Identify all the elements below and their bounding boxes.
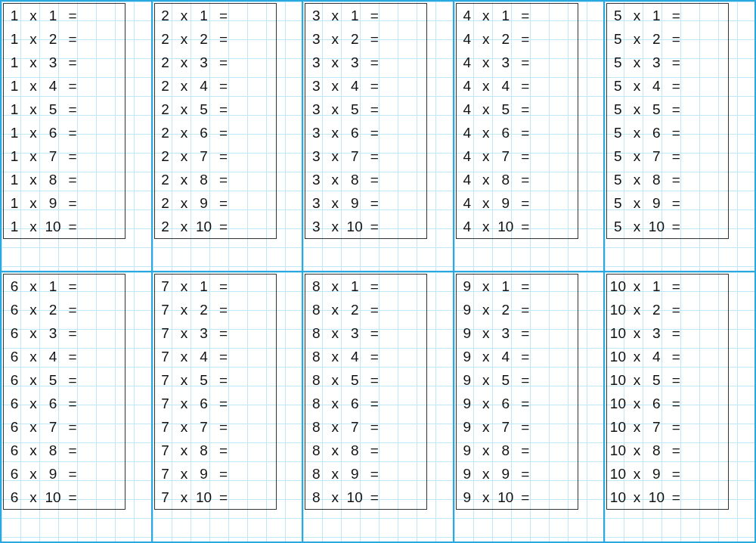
equals-symbol: = xyxy=(366,396,383,412)
times-symbol: x xyxy=(478,442,494,459)
multiplicand: 8 xyxy=(305,466,327,482)
multiplier: 1 xyxy=(193,278,215,295)
equals-symbol: = xyxy=(215,172,232,188)
table-box: 3x1=3x2=3x3=3x4=3x5=3x6=3x7=3x8=3x9=3x10… xyxy=(305,3,427,239)
equals-symbol: = xyxy=(668,172,684,188)
multiplier: 2 xyxy=(42,302,64,318)
equals-symbol: = xyxy=(517,349,534,365)
table-row: 2x7= xyxy=(155,144,276,168)
table-row: 6x3= xyxy=(4,321,125,345)
multiplicand: 7 xyxy=(155,302,176,318)
equals-symbol: = xyxy=(366,172,383,188)
table-row: 6x7= xyxy=(4,415,125,439)
table-row: 6x6= xyxy=(4,392,125,415)
multiplier: 10 xyxy=(494,219,517,235)
multiplicand: 4 xyxy=(457,148,478,165)
times-table-block-7: 7x1=7x2=7x3=7x4=7x5=7x6=7x7=7x8=7x9=7x10… xyxy=(152,272,303,542)
multiplier: 10 xyxy=(193,489,215,506)
times-symbol: x xyxy=(176,195,193,212)
multiplier: 4 xyxy=(343,78,366,95)
multiplicand: 1 xyxy=(4,125,25,141)
table-row: 9x7= xyxy=(457,415,578,439)
multiplicand: 3 xyxy=(305,101,327,118)
table-row: 9x9= xyxy=(457,462,578,486)
equals-symbol: = xyxy=(668,466,684,482)
multiplier: 7 xyxy=(42,148,64,165)
times-symbol: x xyxy=(478,219,494,235)
times-table-block-8: 8x1=8x2=8x3=8x4=8x5=8x6=8x7=8x8=8x9=8x10… xyxy=(302,272,454,542)
table-row: 9x3= xyxy=(457,321,578,345)
equals-symbol: = xyxy=(517,219,534,235)
equals-symbol: = xyxy=(366,148,383,165)
table-row: 7x2= xyxy=(155,298,276,321)
times-table-block-1: 1x1=1x2=1x3=1x4=1x5=1x6=1x7=1x8=1x9=1x10… xyxy=(1,1,152,272)
table-row: 5x8= xyxy=(607,168,728,191)
equals-symbol: = xyxy=(668,101,684,118)
multiplier: 10 xyxy=(343,219,366,235)
multiplicand: 1 xyxy=(4,172,25,188)
equals-symbol: = xyxy=(64,419,81,436)
table-row: 9x6= xyxy=(457,392,578,415)
times-symbol: x xyxy=(628,419,645,436)
times-symbol: x xyxy=(628,148,645,165)
multiplicand: 7 xyxy=(155,419,176,436)
table-row: 3x3= xyxy=(305,51,426,74)
times-table-block-9: 9x1=9x2=9x3=9x4=9x5=9x6=9x7=9x8=9x9=9x10… xyxy=(454,272,605,542)
multiplier: 8 xyxy=(42,172,64,188)
multiplier: 9 xyxy=(343,466,366,482)
times-symbol: x xyxy=(628,8,645,24)
multiplier: 10 xyxy=(193,219,215,235)
times-table-block-4: 4x1=4x2=4x3=4x4=4x5=4x6=4x7=4x8=4x9=4x10… xyxy=(454,1,605,272)
multiplier: 5 xyxy=(42,372,64,389)
equals-symbol: = xyxy=(517,125,534,141)
table-row: 5x10= xyxy=(607,215,728,238)
multiplicand: 7 xyxy=(155,442,176,459)
multiplier: 1 xyxy=(494,278,517,295)
multiplier: 4 xyxy=(645,349,668,365)
times-symbol: x xyxy=(478,325,494,342)
multiplicand: 4 xyxy=(457,172,478,188)
multiplier: 9 xyxy=(193,195,215,212)
multiplicand: 5 xyxy=(607,54,628,71)
table-box: 8x1=8x2=8x3=8x4=8x5=8x6=8x7=8x8=8x9=8x10… xyxy=(305,274,427,510)
multiplier: 3 xyxy=(645,325,668,342)
table-row: 1x8= xyxy=(4,168,125,191)
table-row: 4x5= xyxy=(457,98,578,121)
multiplier: 4 xyxy=(343,349,366,365)
table-row: 1x2= xyxy=(4,27,125,51)
table-row: 6x8= xyxy=(4,439,125,462)
table-row: 4x9= xyxy=(457,191,578,215)
multiplier: 8 xyxy=(42,442,64,459)
equals-symbol: = xyxy=(64,466,81,482)
multiplicand: 2 xyxy=(155,172,176,188)
times-symbol: x xyxy=(25,54,42,71)
times-symbol: x xyxy=(628,349,645,365)
table-row: 5x9= xyxy=(607,191,728,215)
multiplier: 8 xyxy=(343,172,366,188)
table-row: 7x9= xyxy=(155,462,276,486)
multiplicand: 2 xyxy=(155,148,176,165)
times-symbol: x xyxy=(628,101,645,118)
multiplicand: 6 xyxy=(4,466,25,482)
equals-symbol: = xyxy=(64,148,81,165)
table-row: 6x10= xyxy=(4,486,125,509)
times-symbol: x xyxy=(327,125,343,141)
table-row: 2x10= xyxy=(155,215,276,238)
table-row: 6x1= xyxy=(4,275,125,298)
times-symbol: x xyxy=(25,172,42,188)
table-row: 3x2= xyxy=(305,27,426,51)
table-row: 3x8= xyxy=(305,168,426,191)
equals-symbol: = xyxy=(517,148,534,165)
table-row: 8x7= xyxy=(305,415,426,439)
times-symbol: x xyxy=(478,148,494,165)
multiplier: 6 xyxy=(193,396,215,412)
multiplicand: 9 xyxy=(457,325,478,342)
equals-symbol: = xyxy=(215,125,232,141)
multiplier: 6 xyxy=(494,396,517,412)
times-symbol: x xyxy=(176,78,193,95)
multiplicand: 10 xyxy=(607,372,628,389)
multiplier: 1 xyxy=(343,8,366,24)
equals-symbol: = xyxy=(517,278,534,295)
equals-symbol: = xyxy=(366,372,383,389)
equals-symbol: = xyxy=(64,54,81,71)
